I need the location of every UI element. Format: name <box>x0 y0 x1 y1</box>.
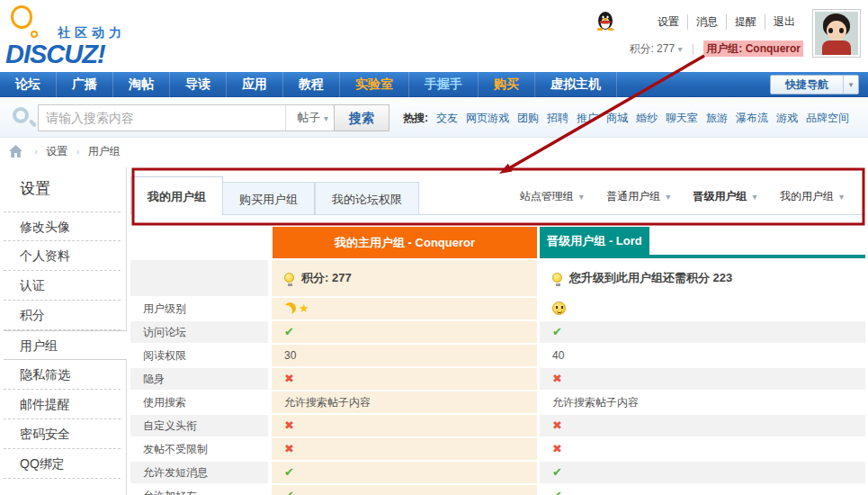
sidebar-item-profile[interactable]: 个人资料 <box>4 241 121 271</box>
search-type-caret-icon: ▾ <box>324 113 328 123</box>
star-icon: ★ <box>299 302 309 315</box>
nav-item-vps[interactable]: 虚拟主机 <box>535 72 617 97</box>
chevron-down-icon: ▾ <box>579 192 584 202</box>
nav-item-taotie[interactable]: 淘帖 <box>113 72 170 97</box>
cross-icon: ✖ <box>284 372 294 385</box>
settings-link[interactable]: 设置 <box>649 14 687 30</box>
group-filter-links: 站点管理组▾ 普通用户组▾ 晋级用户组▾ 我的用户组▾ <box>500 189 844 204</box>
sidebar-title: 设置 <box>4 167 126 212</box>
sidebar-item-avatar[interactable]: 修改头像 <box>4 212 121 241</box>
sidebar-item-verify[interactable]: 认证 <box>4 271 121 301</box>
check-icon: ✔ <box>284 465 294 479</box>
hot-link[interactable]: 网页游戏 <box>466 112 509 124</box>
sidebar-item-password[interactable]: 密码安全 <box>4 419 121 449</box>
hot-link[interactable]: 婚纱 <box>636 112 658 124</box>
hot-link[interactable]: 推广 <box>577 112 598 124</box>
sidebar-item-qq-bind[interactable]: QQ绑定 <box>4 449 121 479</box>
hot-link[interactable]: 游戏 <box>776 112 798 124</box>
hot-link[interactable]: 团购 <box>517 112 539 124</box>
credits-caret-icon[interactable]: ▾ <box>677 44 682 54</box>
bulb-icon <box>284 273 294 283</box>
upgrade-header-underline <box>540 255 865 258</box>
cross-icon: ✖ <box>284 442 294 455</box>
nav-item-tutorial[interactable]: 教程 <box>283 72 340 97</box>
logo-lamp-dot-icon <box>31 31 38 38</box>
usergroup-tabbar: 我的用户组 购买用户组 我的论坛权限 站点管理组▾ 普通用户组▾ 晋级用户组▾ … <box>130 176 865 215</box>
site-logo[interactable]: 社区动力 DISCUZ! <box>7 4 142 70</box>
hot-link[interactable]: 聊天室 <box>666 112 698 124</box>
search-type-dropdown[interactable]: 帖子 ▾ <box>285 105 328 130</box>
filter-normal-groups[interactable]: 普通用户组▾ <box>606 190 670 202</box>
row-label: 允许加好友 <box>130 485 268 495</box>
main-nav: 论坛 广播 淘帖 导读 应用 教程 实验室 手握手 购买 虚拟主机 快捷导航 ▾ <box>0 72 868 97</box>
nav-item-lab[interactable]: 实验室 <box>340 72 409 97</box>
usergroup-value[interactable]: 用户组: Conqueror <box>703 40 803 57</box>
breadcrumb-settings[interactable]: 设置 <box>46 145 67 158</box>
hot-link[interactable]: 旅游 <box>706 112 728 124</box>
search-bar: 帖子 ▾ 搜索 热搜:交友网页游戏团购招聘推广商城婚纱聊天室旅游瀑布流游戏品牌空… <box>0 98 868 138</box>
hot-link[interactable]: 招聘 <box>547 112 568 124</box>
hot-link[interactable]: 交友 <box>436 112 458 124</box>
sidebar-item-mail-notify[interactable]: 邮件提醒 <box>4 390 121 419</box>
search-button[interactable]: 搜索 <box>334 104 389 131</box>
quick-nav-caret-icon[interactable]: ▾ <box>843 76 858 94</box>
check-icon: ✔ <box>552 489 562 495</box>
nav-item-handshake[interactable]: 手握手 <box>409 72 479 97</box>
tab-my-usergroup[interactable]: 我的用户组 <box>130 176 223 215</box>
hot-link[interactable]: 商城 <box>606 112 628 124</box>
filter-my-groups[interactable]: 我的用户组▾ <box>780 190 844 202</box>
notifications-link[interactable]: 提醒 <box>726 14 765 30</box>
row-label: 使用搜索 <box>130 392 268 413</box>
level-cell: ★ <box>272 298 537 320</box>
logo-lamp-icon <box>11 5 32 29</box>
messages-link[interactable]: 消息 <box>687 14 726 30</box>
permission-label-column: 用户级别 访问论坛 阅读权限 隐身 使用搜索 自定义头衔 发帖不受限制 允许发短… <box>130 260 268 495</box>
nav-item-broadcast[interactable]: 广播 <box>57 72 113 97</box>
avatar-shirt <box>822 40 851 55</box>
nav-item-forum[interactable]: 论坛 <box>0 72 57 97</box>
sidebar-item-privacy[interactable]: 隐私筛选 <box>4 360 121 390</box>
hot-link[interactable]: 品牌空间 <box>806 112 849 124</box>
check-icon: ✔ <box>552 465 562 479</box>
upgrade-group-header: 晋级用户组 - Lord <box>540 227 649 255</box>
row-label: 发帖不受限制 <box>130 438 268 460</box>
tab-forum-permissions[interactable]: 我的论坛权限 <box>315 182 419 215</box>
cross-icon: ✖ <box>552 442 562 455</box>
filter-upgrade-groups[interactable]: 晋级用户组▾ <box>694 190 757 202</box>
check-icon: ✔ <box>284 489 294 495</box>
smiley-icon <box>552 302 566 315</box>
cross-icon: ✖ <box>552 372 562 385</box>
row-label: 允许发短消息 <box>130 462 268 483</box>
moon-icon <box>284 302 296 314</box>
row-label: 用户级别 <box>130 298 268 320</box>
filter-site-admin-groups[interactable]: 站点管理组▾ <box>520 190 584 202</box>
nav-item-apps[interactable]: 应用 <box>227 72 283 97</box>
check-icon: ✔ <box>284 325 294 338</box>
upgrade-group-column: 您升级到此用户组还需积分 223 ✔ 40 ✖ 允许搜索帖子内容 ✖ ✖ ✔ ✔ <box>540 260 865 495</box>
breadcrumb-usergroup[interactable]: 用户组 <box>88 145 121 158</box>
row-label: 阅读权限 <box>130 345 268 366</box>
nav-item-guide[interactable]: 导读 <box>170 72 227 97</box>
settings-sidebar: 设置 修改头像 个人资料 认证 积分 用户组 隐私筛选 邮件提醒 密码安全 QQ… <box>4 167 127 495</box>
row-label: 隐身 <box>130 368 268 390</box>
hot-search: 热搜:交友网页游戏团购招聘推广商城婚纱聊天室旅游瀑布流游戏品牌空间 <box>403 111 849 126</box>
hot-link[interactable]: 瀑布流 <box>736 112 768 124</box>
tab-buy-usergroup[interactable]: 购买用户组 <box>222 182 315 215</box>
nav-item-buy[interactable]: 购买 <box>479 72 535 97</box>
credits-value[interactable]: 积分: 277 <box>629 42 675 55</box>
search-input[interactable] <box>46 106 262 130</box>
home-icon[interactable] <box>9 145 22 158</box>
chevron-down-icon: ▾ <box>839 192 844 202</box>
user-avatar[interactable] <box>812 9 861 58</box>
chevron-down-icon: ▾ <box>666 192 670 202</box>
row-label: 访问论坛 <box>130 321 268 343</box>
logout-link[interactable]: 退出 <box>765 14 803 30</box>
sidebar-item-credits[interactable]: 积分 <box>4 301 121 330</box>
level-cell <box>540 298 865 320</box>
quick-nav-button[interactable]: 快捷导航 ▾ <box>770 75 859 94</box>
bulb-icon <box>552 273 562 283</box>
header-user-links: 设置消息提醒退出 <box>649 14 803 30</box>
hot-search-label: 热搜: <box>403 112 428 124</box>
sidebar-item-usergroup[interactable]: 用户组 <box>4 330 127 360</box>
annotation-arrowhead <box>499 164 513 174</box>
